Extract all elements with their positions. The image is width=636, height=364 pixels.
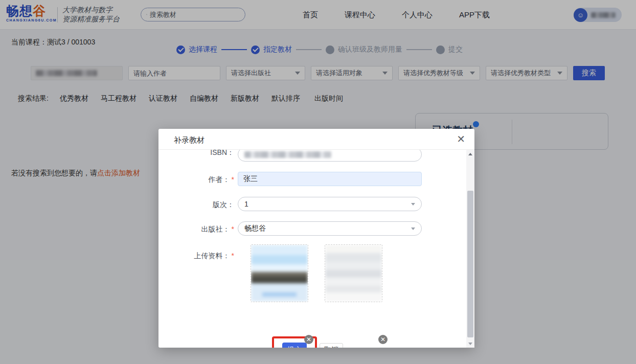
upload-label: 上传资料：* — [158, 252, 234, 261]
uploaded-image-redacted — [251, 245, 308, 302]
edition-label: 版次： — [158, 200, 234, 210]
modal-scrollbar[interactable] — [466, 150, 474, 348]
required-mark: * — [232, 225, 234, 233]
edition-select[interactable]: 1 — [238, 197, 422, 211]
required-mark: * — [232, 252, 234, 260]
isbn-label: ISBN： — [158, 150, 234, 157]
remove-upload-icon[interactable]: ✕ — [378, 335, 388, 344]
chevron-down-icon — [411, 203, 415, 206]
modal-body: ISBN： 作者：* 张三 版次： 1 — [158, 150, 466, 348]
isbn-input[interactable] — [238, 150, 422, 162]
scroll-down-icon[interactable] — [466, 339, 474, 348]
publisher-label-text: 出版社： — [201, 225, 230, 233]
publisher-field-select[interactable]: 畅想谷 — [238, 221, 422, 236]
remove-upload-icon[interactable]: ✕ — [304, 335, 313, 344]
scroll-up-icon[interactable] — [466, 150, 474, 158]
isbn-value-redacted — [244, 151, 331, 158]
close-icon[interactable]: ✕ — [457, 133, 465, 145]
upload-thumbnail-2[interactable] — [325, 244, 382, 302]
modal-header: 补录教材 ✕ — [158, 129, 474, 150]
app-root: 畅想谷 CHANGXIANG6U.COM 大学教材与数字 资源精准服务平台 首页… — [0, 0, 636, 364]
edition-select-value: 1 — [244, 200, 248, 208]
uploaded-image-redacted — [325, 245, 382, 302]
publisher-field-value: 畅想谷 — [244, 224, 266, 233]
author-field-value: 张三 — [243, 174, 258, 184]
modal-title: 补录教材 — [174, 135, 205, 145]
upload-label-text: 上传资料： — [194, 252, 230, 260]
author-label: 作者：* — [158, 175, 234, 185]
submit-button[interactable]: 提交 — [282, 343, 307, 348]
author-label-text: 作者： — [209, 175, 230, 184]
upload-thumbnail-1[interactable] — [251, 244, 308, 302]
chevron-down-icon — [411, 228, 415, 230]
scrollbar-thumb[interactable] — [467, 191, 473, 337]
supplement-textbook-modal: 补录教材 ✕ ISBN： 作者：* 张三 版次： — [158, 129, 474, 348]
cancel-button[interactable]: 取消 — [320, 343, 343, 348]
publisher-label: 出版社：* — [158, 225, 234, 234]
required-mark: * — [232, 175, 234, 184]
author-field[interactable]: 张三 — [238, 172, 422, 186]
